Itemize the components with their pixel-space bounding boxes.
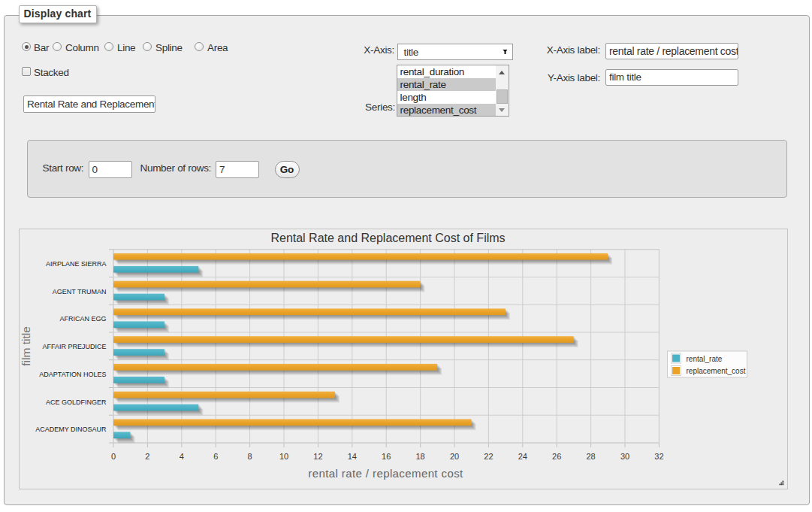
svg-text:16: 16 [382, 452, 391, 461]
svg-text:ADAPTATION HOLES: ADAPTATION HOLES [39, 371, 106, 378]
svg-text:32: 32 [654, 452, 663, 461]
svg-text:6: 6 [213, 452, 218, 461]
svg-text:30: 30 [620, 452, 629, 461]
svg-text:24: 24 [518, 452, 527, 461]
svg-text:0: 0 [110, 452, 115, 461]
svg-text:film title: film title [20, 326, 32, 366]
svg-text:22: 22 [484, 452, 493, 461]
svg-text:AFFAIR PREJUDICE: AFFAIR PREJUDICE [42, 343, 106, 350]
svg-text:rental rate / replacement cost: rental rate / replacement cost [308, 467, 463, 480]
svg-text:AIRPLANE SIERRA: AIRPLANE SIERRA [45, 260, 106, 268]
svg-text:14: 14 [347, 452, 356, 461]
svg-text:12: 12 [313, 452, 322, 461]
svg-text:replacement_cost: replacement_cost [686, 367, 745, 375]
svg-text:20: 20 [449, 452, 458, 461]
svg-text:AGENT TRUMAN: AGENT TRUMAN [52, 288, 106, 295]
svg-text:ACE GOLDFINGER: ACE GOLDFINGER [45, 398, 106, 406]
svg-text:AFRICAN EGG: AFRICAN EGG [59, 315, 106, 323]
svg-text:10: 10 [279, 452, 288, 461]
svg-text:4: 4 [179, 452, 183, 461]
svg-text:rental_rate: rental_rate [686, 355, 722, 363]
svg-text:18: 18 [415, 452, 424, 461]
svg-text:2: 2 [145, 452, 149, 461]
svg-text:8: 8 [247, 452, 252, 461]
svg-text:26: 26 [552, 452, 561, 461]
svg-text:ACADEMY DINOSAUR: ACADEMY DINOSAUR [35, 426, 107, 433]
svg-text:Rental Rate and Replacement Co: Rental Rate and Replacement Cost of Film… [270, 232, 505, 244]
svg-text:28: 28 [586, 452, 595, 461]
